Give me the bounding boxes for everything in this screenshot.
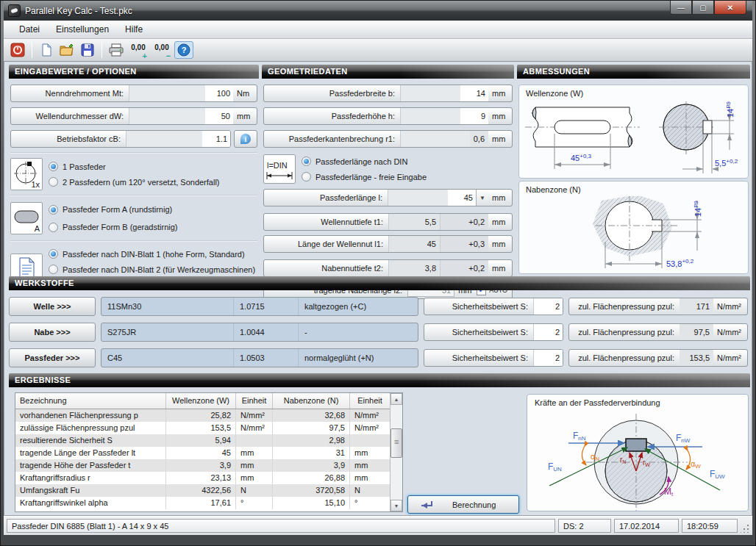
- kantenbrechung-value[interactable]: 0,6: [470, 131, 488, 147]
- minimize-button[interactable]: —: [670, 1, 692, 15]
- passfederbreite-unit: mm: [488, 85, 512, 101]
- force-diagram-box: Kräfte an der Passfederverbindung: [527, 394, 749, 511]
- col-bezeichnung[interactable]: Bezeichnung: [15, 393, 166, 409]
- passfederlaenge-label: Passfederlänge l:: [264, 190, 388, 206]
- menu-datei[interactable]: Datei: [11, 21, 48, 37]
- print-button[interactable]: [107, 41, 126, 59]
- scroll-thumb[interactable]: [391, 428, 402, 458]
- force-diagram-title: Kräfte an der Passfederverbindung: [535, 398, 660, 407]
- table-scrollbar[interactable]: ▲ ▼: [390, 393, 402, 511]
- material-state: kaltgezogen (+C): [299, 302, 418, 311]
- radio-laenge-din[interactable]: Passfederlänge nach DIN: [302, 154, 513, 169]
- cell-unit-w: [236, 434, 273, 447]
- radio-1-passfeder[interactable]: 1 Passfeder: [49, 159, 257, 174]
- row-wellennut-laenge: Länge der Wellennut l1: 45 +0,3 mm: [263, 235, 513, 253]
- werkstoff-row-nabe: Nabe >>> S275JR 1.0044 - Sicherheitsbeiw…: [9, 323, 750, 342]
- table-row[interactable]: Kraftangriffsradius r 23,13 mm 26,88 mm: [15, 472, 390, 484]
- col-nabenzone[interactable]: Nabenzone (N): [273, 393, 350, 409]
- svg-text:Mt: Mt: [664, 486, 674, 497]
- nenndrehmoment-input[interactable]: 100: [205, 85, 233, 101]
- berechnung-button[interactable]: Berechnung: [407, 495, 519, 514]
- col-einheit-n[interactable]: Einheit: [350, 393, 390, 409]
- menu-einstellungen[interactable]: Einstellungen: [48, 21, 117, 37]
- scroll-up-icon[interactable]: ▲: [391, 393, 402, 405]
- pzul-label: zul. Flächenpressung pzul:: [569, 324, 680, 340]
- nabe-button[interactable]: Nabe >>>: [9, 323, 96, 342]
- table-row[interactable]: Kraftangriffswinkel alpha 17,61 ° 15,10 …: [15, 497, 390, 509]
- new-file-button[interactable]: [37, 41, 56, 59]
- enter-arrow-icon: [417, 500, 433, 509]
- table-row[interactable]: tragende Länge der Passfeder lt 45 mm 31…: [15, 447, 390, 459]
- wellendurchmesser-input[interactable]: 50: [205, 108, 233, 124]
- passfeder-sicherheit-value[interactable]: 2: [533, 350, 563, 366]
- geometriedaten-header: GEOMETRIEDATEN: [262, 65, 514, 79]
- passfederhoehe-value[interactable]: 9: [460, 108, 488, 124]
- panel-ergebnisse: ERGEBNISSE Bezeichnung Wellenzone (W) Ei…: [9, 373, 750, 514]
- radio-laenge-frei[interactable]: Passfederlänge - freie Eingabe: [302, 169, 513, 184]
- exit-button[interactable]: [8, 41, 27, 59]
- betriebsfaktor-input[interactable]: 1.1: [202, 131, 230, 147]
- radio-2-passfedern[interactable]: 2 Passfedern (um 120° versetzt, Sonderfa…: [49, 174, 257, 190]
- pzul-unit: N/mm²: [713, 350, 747, 366]
- radio-label: 1 Passfeder: [63, 162, 106, 171]
- passfeder-button[interactable]: Passfeder >>>: [9, 348, 96, 367]
- passfederlaenge-value[interactable]: 45: [448, 190, 476, 206]
- passfeder-material[interactable]: C45 1.0503 normalgeglüht (+N): [101, 348, 418, 367]
- svg-text:45+0,3: 45+0,3: [571, 153, 592, 162]
- wellenzone-label: Wellenzone (W): [526, 89, 583, 98]
- welle-sicherheit-value[interactable]: 2: [533, 298, 563, 315]
- label-fuw: F: [710, 469, 715, 479]
- row-wellendurchmesser: Wellendurchmesser dW: 50 mm: [10, 107, 257, 125]
- cell-label: Kraftangriffsradius r: [15, 472, 166, 484]
- table-row[interactable]: resultierende Sicherheit S 5,94 2,98: [15, 434, 390, 447]
- dim-w-len: 45: [571, 154, 580, 162]
- close-button[interactable]: ✕: [714, 1, 746, 15]
- nabennuttiefe-value[interactable]: 3,8: [389, 260, 440, 276]
- passfederlaenge-dropdown[interactable]: ▼: [476, 190, 488, 206]
- table-row[interactable]: tragende Höhe der Passfeder t 3,9 mm 3,9…: [15, 459, 390, 472]
- cell-unit-w: mm: [236, 472, 273, 484]
- welle-button[interactable]: Welle >>>: [9, 297, 96, 316]
- col-wellenzone[interactable]: Wellenzone (W): [166, 393, 236, 409]
- cell-unit-w: N: [236, 484, 273, 497]
- resize-grip[interactable]: [741, 524, 749, 533]
- wellennut-laenge-unit: mm: [488, 236, 512, 252]
- menu-hilfe[interactable]: Hilfe: [117, 21, 151, 37]
- col-einheit-w[interactable]: Einheit: [236, 393, 273, 409]
- table-row[interactable]: zulässige Flächenpressung pzul 153,5 N/m…: [15, 422, 390, 434]
- cell-unit-n: mm: [350, 459, 390, 472]
- radio-din-blatt-1[interactable]: Passfeder nach DIN-Blatt 1 (hohe Form, S…: [49, 246, 257, 262]
- save-button[interactable]: [78, 41, 97, 59]
- wellennuttiefe-value[interactable]: 5,5: [389, 214, 440, 230]
- title-bar[interactable]: Parallel Key Calc - Test.pkc — ▢ ✕: [4, 1, 752, 21]
- wellendurchmesser-unit: mm: [233, 108, 257, 124]
- help-button[interactable]: ?: [174, 41, 193, 59]
- welle-material[interactable]: 11SMn30 1.0715 kaltgezogen (+C): [101, 297, 418, 316]
- cell-unit-n: mm: [350, 447, 390, 459]
- wellenzone-drawing-box: Wellenzone (W): [518, 85, 749, 179]
- radio-din-blatt-2[interactable]: Passfeder nach DIN-Blatt 2 (für Werkzeug…: [49, 262, 257, 277]
- radio-form-a[interactable]: Passfeder Form A (rundstirnig): [49, 201, 257, 218]
- maximize-button[interactable]: ▢: [692, 1, 714, 15]
- decimal-remove-label: 0,00: [154, 43, 168, 51]
- label-fnn: F: [573, 431, 578, 441]
- passfederbreite-value[interactable]: 14: [460, 85, 488, 101]
- open-file-button[interactable]: [57, 41, 76, 59]
- radio-form-b[interactable]: Passfeder Form B (geradstirnig): [49, 218, 257, 236]
- table-row[interactable]: Umfangskraft Fu 4322,56 N 3720,58 N: [15, 484, 390, 497]
- decimal-remove-button[interactable]: 0,00 −: [151, 41, 173, 59]
- status-time: 18:20:59: [682, 519, 738, 533]
- betriebsfaktor-info-button[interactable]: i: [234, 130, 257, 148]
- dim-w-tiefe: 5,5: [715, 159, 726, 168]
- wellennut-laenge-value[interactable]: 45: [389, 236, 440, 252]
- toolbar: 0,00 + 0,00 − ?: [4, 39, 752, 62]
- cell-wz: 4322,56: [166, 484, 236, 497]
- passfeder-form-icon: A: [10, 202, 43, 234]
- table-row[interactable]: vorhandenen Flächenpressung p 25,82 N/mm…: [15, 409, 390, 422]
- nabe-material[interactable]: S275JR 1.0044 -: [101, 323, 418, 342]
- nabe-sicherheit-value[interactable]: 2: [533, 324, 563, 340]
- decimal-add-button[interactable]: 0,00 +: [127, 41, 149, 59]
- wellennuttiefe-tol: +0,2: [441, 214, 488, 230]
- scroll-down-icon[interactable]: ▼: [391, 500, 402, 511]
- passfederhoehe-label: Passfederhöhe h:: [264, 108, 400, 124]
